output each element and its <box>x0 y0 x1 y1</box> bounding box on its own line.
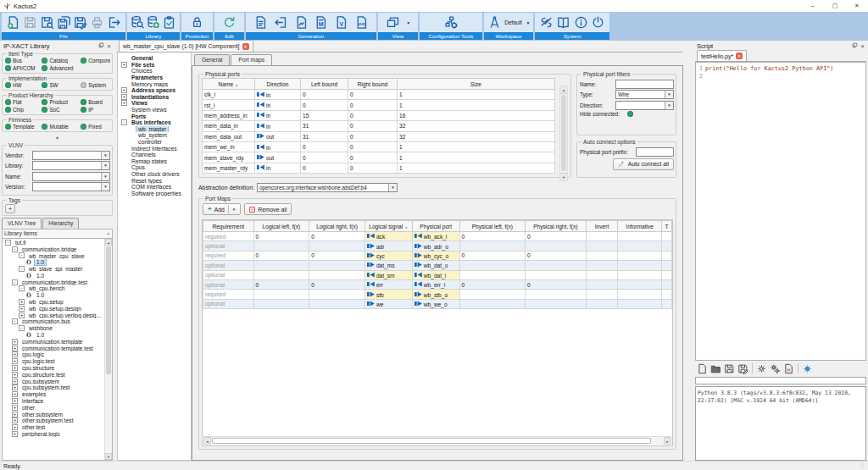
physical-right-cell[interactable]: 0 <box>526 232 587 241</box>
port-map-row[interactable]: required00ackwb_ack_i00 <box>203 232 672 241</box>
expand-icon[interactable]: + <box>12 412 18 417</box>
requirement-cell[interactable]: required <box>203 232 254 241</box>
port-name-cell[interactable]: clk_i <box>203 90 255 100</box>
lock-icon[interactable] <box>190 15 204 30</box>
toggle-icon[interactable] <box>5 99 11 105</box>
toggle-icon[interactable] <box>81 107 86 113</box>
port-direction-cell[interactable]: out <box>255 131 301 141</box>
hide-connected-toggle[interactable] <box>627 111 633 117</box>
port-map-row[interactable]: requiredstbwb_stb_o <box>203 290 672 299</box>
tab-general[interactable]: General <box>194 54 230 65</box>
import-file-icon[interactable] <box>274 15 288 30</box>
port-direction-cell[interactable]: in <box>255 163 301 173</box>
nav-item-bus-interfaces[interactable]: -Bus interfaces <box>120 119 191 126</box>
column-header-physical-left-f-x-[interactable]: Physical left, f(x) <box>459 221 525 232</box>
logical-right-cell[interactable] <box>309 290 365 299</box>
size-cell[interactable]: 32 <box>398 121 555 131</box>
nav-item-ports[interactable]: Ports <box>120 113 191 119</box>
nav-item-reset-types[interactable]: Reset types <box>120 177 191 184</box>
port-map-row[interactable]: optionaldat_mswb_dat_o <box>203 261 672 270</box>
filter-name-input[interactable] <box>615 80 674 89</box>
size-cell[interactable]: 1 <box>398 152 555 163</box>
port-name-cell[interactable]: mem_address_in <box>203 110 255 120</box>
open-script-icon[interactable] <box>710 363 721 374</box>
logical-signal-cell[interactable]: err <box>364 279 412 289</box>
requirement-cell[interactable]: optional <box>203 270 254 279</box>
tieoff-cell[interactable] <box>662 261 672 270</box>
requirement-cell[interactable]: required <box>203 290 254 299</box>
physical-port-cell[interactable]: wb_we_o <box>412 299 459 308</box>
nav-item-file-sets[interactable]: +File sets <box>120 62 191 69</box>
chevron-down-icon[interactable]: ▼ <box>665 102 673 109</box>
version-combo[interactable]: ▼ <box>32 182 110 191</box>
column-header-logical-signal[interactable]: Logical signal ▲ <box>364 221 412 232</box>
windows-icon[interactable] <box>386 15 400 30</box>
tree-item[interactable]: -communication.bridge.test <box>3 279 103 285</box>
physical-port-cell[interactable]: wb_dat_i <box>412 270 459 279</box>
column-header-logical-left-f-x-[interactable]: Logical left, f(x) <box>253 221 309 232</box>
interpreter-icon[interactable] <box>802 363 813 374</box>
physical-port-row[interactable]: mem_master_rdyin001 <box>203 163 555 173</box>
right-bound-cell[interactable]: 0 <box>348 121 398 131</box>
physical-port-cell[interactable]: wb_ack_i <box>412 232 459 241</box>
logical-left-cell[interactable]: 0 <box>253 232 309 241</box>
save-script-as-icon[interactable] <box>737 363 748 374</box>
column-header-logical-right-f-x-[interactable]: Logical right, f(x) <box>309 221 365 232</box>
toggle-icon[interactable] <box>5 58 11 64</box>
physical-left-cell[interactable] <box>459 270 525 279</box>
verilog-generator-icon[interactable]: V <box>334 15 348 30</box>
left-bound-cell[interactable]: 0 <box>301 152 348 163</box>
physical-port-row[interactable]: mem_we_inin001 <box>203 141 555 152</box>
logical-left-cell[interactable]: 0 <box>253 279 309 289</box>
filter-option-product[interactable]: Product <box>42 99 81 105</box>
tree-item[interactable]: -wb_cpu.bench <box>3 285 103 292</box>
logical-signal-cell[interactable]: dat_sm <box>364 270 412 279</box>
nav-item-choices[interactable]: Choices <box>120 68 191 75</box>
filter-option-soc[interactable]: SoC <box>42 107 81 113</box>
export-icon[interactable] <box>107 15 121 30</box>
remove-all-button[interactable]: ✕ Remove all <box>244 203 292 215</box>
check-integrity-icon[interactable] <box>162 15 176 30</box>
physical-port-row[interactable]: mem_data_inin31032 <box>203 121 555 131</box>
nav-item-cpus[interactable]: Cpus <box>120 164 191 171</box>
maximize-button[interactable]: ▢ <box>824 0 846 12</box>
nav-item-memory-maps[interactable]: Memory maps <box>120 80 191 87</box>
port-prefix-input[interactable] <box>636 147 674 157</box>
toggle-icon[interactable] <box>42 65 47 71</box>
tree-item[interactable]: +cpu.subsystem.test <box>3 384 103 391</box>
filter-option-api-com[interactable]: API/COM <box>5 65 42 71</box>
expand-icon[interactable]: + <box>12 384 18 390</box>
physical-left-cell[interactable]: 0 <box>459 279 525 289</box>
tree-item[interactable]: +other.subsystem <box>3 411 103 417</box>
size-cell[interactable]: 1 <box>398 100 555 110</box>
physical-left-cell[interactable] <box>459 290 525 299</box>
physical-right-cell[interactable] <box>526 241 587 251</box>
tab-port-maps[interactable]: Port maps <box>231 54 272 65</box>
script-code-editor[interactable]: 1print("Hello for Kactus2 Python API")2 <box>695 62 866 361</box>
toggle-icon[interactable] <box>81 99 86 105</box>
right-bound-cell[interactable]: 0 <box>348 152 398 163</box>
physical-left-cell[interactable]: 0 <box>459 251 525 260</box>
chevron-down-icon[interactable]: ▼ <box>101 173 109 180</box>
physical-port-row[interactable]: mem_slave_rdyout001 <box>203 152 555 163</box>
makefile-generator-icon[interactable]: M <box>314 15 328 30</box>
physical-port-cell[interactable]: wb_dat_o <box>412 261 459 270</box>
filter-option-catalog[interactable]: Catalog <box>42 58 81 64</box>
tree-item[interactable]: -communication.bridge <box>3 246 103 252</box>
logical-signal-cell[interactable]: dat_ms <box>364 261 412 270</box>
abstraction-definition-combo[interactable]: opencores.org:interface:wishbone.absDef:… <box>257 183 398 192</box>
logical-signal-cell[interactable]: cyc <box>364 251 412 260</box>
column-header-invert[interactable]: Invert <box>586 221 618 232</box>
physical-ports-scrollbar[interactable]: ▲ ▼ <box>559 86 568 181</box>
column-header-left-bound[interactable]: Left bound <box>301 79 348 90</box>
column-header-direction[interactable]: Direction <box>255 79 301 90</box>
chevron-down-icon[interactable]: ▼ <box>665 91 673 98</box>
informative-cell[interactable] <box>618 251 662 260</box>
informative-cell[interactable] <box>618 299 662 308</box>
port-direction-cell[interactable]: in <box>255 90 301 100</box>
nav-item-com-interfaces[interactable]: COM interfaces <box>120 184 191 191</box>
name-combo[interactable]: ▼ <box>32 172 110 181</box>
collapse-filters-icon[interactable]: ▲ <box>2 134 113 141</box>
informative-cell[interactable] <box>618 290 662 299</box>
column-header-informative[interactable]: Informative <box>618 221 662 232</box>
